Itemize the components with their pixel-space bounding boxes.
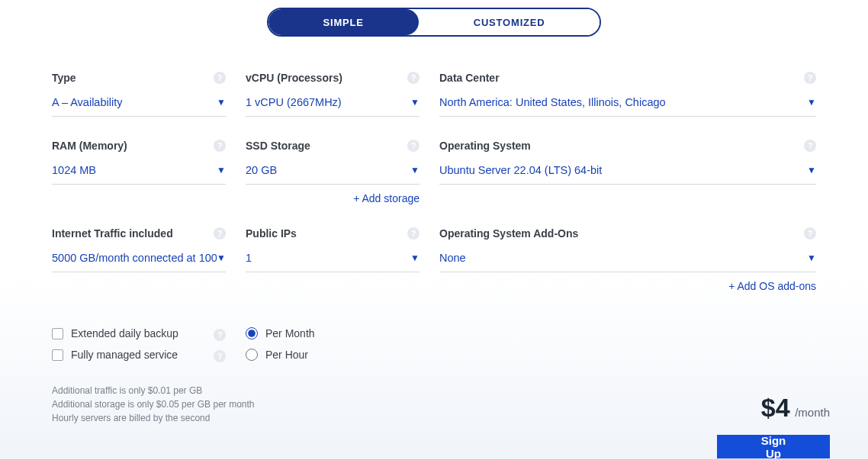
chevron-down-icon: ▼ <box>217 253 226 263</box>
chevron-down-icon: ▼ <box>410 97 420 108</box>
signup-button[interactable]: Sign Up <box>717 435 830 458</box>
value-os: Ubuntu Server 22.04 (LTS) 64-bit <box>439 164 807 176</box>
price-period: /month <box>795 406 830 419</box>
chevron-down-icon: ▼ <box>807 165 816 175</box>
chevron-down-icon: ▼ <box>807 253 816 263</box>
label-per-month[interactable]: Per Month <box>265 327 315 339</box>
select-vcpu[interactable]: 1 vCPU (2667MHz) ▼ <box>246 96 420 117</box>
field-addons: Operating System Add-Ons ? None ▼ + Add … <box>439 227 816 292</box>
add-os-addons-link[interactable]: + Add OS add-ons <box>439 280 816 292</box>
help-icon[interactable]: ? <box>407 72 420 84</box>
radio-per-hour[interactable] <box>246 349 258 361</box>
select-addons[interactable]: None ▼ <box>439 252 816 272</box>
select-datacenter[interactable]: North America: United States, Illinois, … <box>439 96 816 117</box>
option-per-month-row: Per Month <box>246 327 420 339</box>
help-icon[interactable]: ? <box>407 227 420 240</box>
add-storage-link[interactable]: + Add storage <box>246 192 420 204</box>
label-traffic: Internet Traffic included <box>52 227 226 240</box>
help-icon[interactable]: ? <box>804 72 816 84</box>
field-type: Type ? A – Availability ▼ <box>52 72 226 117</box>
field-ram: RAM (Memory) ? 1024 MB ▼ <box>52 140 226 204</box>
select-type[interactable]: A – Availability ▼ <box>52 96 226 117</box>
config-form: Type ? A – Availability ▼ vCPU (Processo… <box>52 72 816 292</box>
options-row: Extended daily backup ? Fully managed se… <box>52 327 816 370</box>
footnote-storage: Additional storage is only $0.05 per GB … <box>52 397 816 411</box>
chevron-down-icon: ▼ <box>410 253 420 263</box>
value-ips: 1 <box>246 252 410 264</box>
help-icon[interactable]: ? <box>214 350 226 362</box>
plan-tab-switch: SIMPLE CUSTOMIZED <box>52 8 816 37</box>
option-per-hour-row: Per Hour <box>246 349 420 361</box>
billing-period-group: Per Month Per Hour <box>246 327 420 370</box>
radio-per-month[interactable] <box>246 327 258 339</box>
footnotes: Additional traffic is only $0.01 per GB … <box>52 384 816 425</box>
help-icon[interactable]: ? <box>214 227 226 240</box>
field-vcpu: vCPU (Processors) ? 1 vCPU (2667MHz) ▼ <box>246 72 420 117</box>
chevron-down-icon: ▼ <box>217 165 226 175</box>
price-block: $4 /month <box>761 393 830 423</box>
chevron-down-icon: ▼ <box>807 97 816 108</box>
label-os: Operating System <box>439 140 816 152</box>
price-amount: $4 <box>761 393 790 422</box>
tab-simple[interactable]: SIMPLE <box>268 9 419 35</box>
label-addons: Operating System Add-Ons <box>439 227 816 240</box>
label-managed[interactable]: Fully managed service <box>71 349 178 361</box>
checkbox-managed[interactable] <box>52 349 63 361</box>
field-traffic: Internet Traffic included ? 5000 GB/mont… <box>52 227 226 292</box>
help-icon[interactable]: ? <box>804 140 816 152</box>
checkbox-backup[interactable] <box>52 328 63 339</box>
value-traffic: 5000 GB/month connected at 100Mbit <box>52 252 217 264</box>
help-icon[interactable]: ? <box>214 329 226 341</box>
select-ssd[interactable]: 20 GB ▼ <box>246 164 420 185</box>
label-ips: Public IPs <box>246 227 420 240</box>
option-backup-row: Extended daily backup ? <box>52 327 226 339</box>
tab-pill: SIMPLE CUSTOMIZED <box>267 8 602 37</box>
select-os[interactable]: Ubuntu Server 22.04 (LTS) 64-bit ▼ <box>439 164 816 185</box>
footnote-traffic: Additional traffic is only $0.01 per GB <box>52 384 816 397</box>
help-icon[interactable]: ? <box>804 227 816 240</box>
field-datacenter: Data Center ? North America: United Stat… <box>439 72 816 117</box>
tab-customized[interactable]: CUSTOMIZED <box>419 9 600 35</box>
field-ssd: SSD Storage ? 20 GB ▼ + Add storage <box>246 140 420 204</box>
help-icon[interactable]: ? <box>214 140 226 152</box>
select-ips[interactable]: 1 ▼ <box>246 252 420 272</box>
value-addons: None <box>439 252 807 264</box>
label-type: Type <box>52 72 226 84</box>
select-ram[interactable]: 1024 MB ▼ <box>52 164 226 185</box>
value-ram: 1024 MB <box>52 164 217 176</box>
field-ips: Public IPs ? 1 ▼ <box>246 227 420 292</box>
footnote-hourly: Hourly servers are billed by the second <box>52 411 816 425</box>
value-type: A – Availability <box>52 96 217 108</box>
label-datacenter: Data Center <box>439 72 816 84</box>
value-vcpu: 1 vCPU (2667MHz) <box>246 96 410 108</box>
label-ram: RAM (Memory) <box>52 140 226 152</box>
help-icon[interactable]: ? <box>214 72 226 84</box>
value-ssd: 20 GB <box>246 164 410 176</box>
field-os: Operating System ? Ubuntu Server 22.04 (… <box>439 140 816 204</box>
checkbox-group: Extended daily backup ? Fully managed se… <box>52 327 226 370</box>
label-backup[interactable]: Extended daily backup <box>71 327 178 339</box>
label-ssd: SSD Storage <box>246 140 420 152</box>
chevron-down-icon: ▼ <box>410 165 420 175</box>
option-managed-row: Fully managed service ? <box>52 349 226 361</box>
label-per-hour[interactable]: Per Hour <box>265 349 308 361</box>
value-datacenter: North America: United States, Illinois, … <box>439 96 807 108</box>
chevron-down-icon: ▼ <box>217 97 226 108</box>
select-traffic[interactable]: 5000 GB/month connected at 100Mbit ▼ <box>52 252 226 272</box>
label-vcpu: vCPU (Processors) <box>246 72 420 84</box>
help-icon[interactable]: ? <box>407 140 420 152</box>
